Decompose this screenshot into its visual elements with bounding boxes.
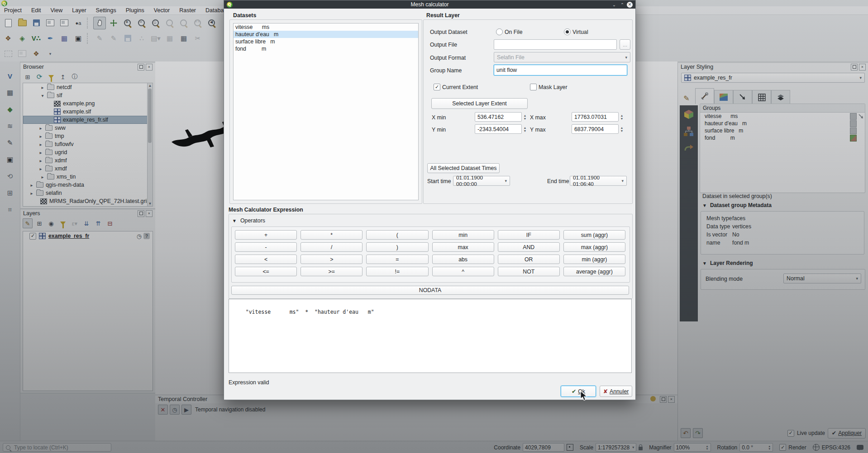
operator-button[interactable]: IF <box>498 230 560 240</box>
operator-button[interactable]: OR <box>498 255 560 264</box>
render-checkbox[interactable] <box>779 444 786 451</box>
tree-item[interactable]: example.slf <box>23 108 153 116</box>
operator-button[interactable]: max (aggr) <box>563 242 625 252</box>
selected-layer-extent-button[interactable]: Selected Layer Extent <box>431 98 528 109</box>
operator-button[interactable]: >= <box>300 267 362 276</box>
hash-tool-icon[interactable]: ⌗ <box>4 203 16 216</box>
live-update-checkbox[interactable] <box>787 430 794 437</box>
ymax-spin-icons[interactable]: ▲▼ <box>619 124 625 134</box>
tree-item[interactable]: ▸tuflowfv <box>23 140 153 148</box>
extent-toggle-icon[interactable] <box>567 444 573 451</box>
scroll-up-icon[interactable]: ▲ <box>148 83 153 88</box>
toolbar-overflow-icon[interactable]: ▾ <box>44 47 57 60</box>
pan-to-selection-icon[interactable] <box>107 17 120 29</box>
operator-button[interactable]: + <box>235 230 297 240</box>
contour-render-toggle-icon[interactable] <box>850 127 857 134</box>
operator-button[interactable]: min <box>432 230 494 240</box>
pan-map-icon[interactable] <box>93 17 106 29</box>
float-panel-icon[interactable] <box>138 210 144 217</box>
scale-combo[interactable]: 1:179257328 ▾ <box>596 443 636 452</box>
tree-item[interactable]: ▸qgis-mesh-data <box>23 181 153 189</box>
group-name-input[interactable] <box>494 65 627 76</box>
operator-button[interactable]: ) <box>366 242 428 252</box>
dataset-item[interactable]: vitesse ms <box>234 24 418 31</box>
manage-visibility-icon[interactable]: ◉ <box>46 218 56 228</box>
refresh-icon[interactable]: ⟳ <box>34 72 44 82</box>
xmax-input[interactable] <box>572 112 619 122</box>
history-redo-icon[interactable] <box>684 144 694 155</box>
xmin-spin-icons[interactable]: ▲▼ <box>522 112 528 122</box>
browse-button[interactable]: ... <box>620 39 630 50</box>
spin-down-icon[interactable]: ▼ <box>706 448 709 450</box>
layer-name[interactable]: example_res_fr <box>48 233 89 239</box>
menu-item-settings[interactable]: Settings <box>96 7 116 14</box>
undo-tool-icon[interactable]: ⟲ <box>4 170 16 183</box>
add-mesh-layer-icon[interactable]: ▦ <box>58 32 71 45</box>
digitize-toolbox-icon[interactable]: ▤▾ <box>149 32 162 45</box>
cancel-button[interactable]: ✘ Annuler <box>600 386 632 397</box>
group-row[interactable]: hauteur d'eau m <box>700 120 865 127</box>
operator-button[interactable]: != <box>366 267 428 276</box>
temporal-fixed-range-icon[interactable]: ◷ <box>170 405 180 415</box>
group-row[interactable]: fond m <box>700 134 865 142</box>
current-extent-checkbox[interactable] <box>434 84 440 90</box>
nodata-button[interactable]: NODATA <box>231 286 629 295</box>
collapse-all-layers-icon[interactable]: ⇈ <box>93 218 103 228</box>
collapse-all-icon[interactable]: ↥ <box>58 72 68 82</box>
undo-style-icon[interactable]: ↶ <box>681 428 691 438</box>
tree-item[interactable]: ▸xmdf <box>23 165 153 173</box>
dialog-titlebar[interactable]: Q Mesh calculator ⌄ ⌃ ✕ <box>224 0 635 9</box>
coordinate-input[interactable] <box>523 443 564 452</box>
minimize-icon[interactable]: ⌄ <box>610 2 618 7</box>
vector-render-toggle-icon[interactable] <box>858 113 864 119</box>
filter-legend-icon[interactable] <box>58 218 68 228</box>
zoom-out-icon[interactable]: − <box>135 17 148 29</box>
cut-features-icon[interactable]: ✂ <box>191 32 204 45</box>
operator-button[interactable]: ( <box>366 230 428 240</box>
operator-button[interactable]: * <box>300 230 362 240</box>
spin-down-icon[interactable]: ▼ <box>768 448 771 450</box>
open-project-icon[interactable] <box>16 17 29 29</box>
dataset-item[interactable]: fond m <box>234 45 418 52</box>
tree-item[interactable]: MRMS_RadarOnly_QPE_72H.latest.grib2 <box>23 197 153 205</box>
operator-button[interactable]: / <box>300 242 362 252</box>
contour-render-toggle-icon[interactable] <box>850 113 857 120</box>
save-edits-icon[interactable] <box>121 32 134 45</box>
zoom-last-icon[interactable]: ◄ <box>205 17 218 29</box>
operator-button[interactable]: abs <box>432 255 494 264</box>
operator-button[interactable]: = <box>366 255 428 264</box>
expression-textarea[interactable]: "vitesse ms" * "hauteur d'eau m" <box>229 299 632 373</box>
expand-icon[interactable]: ▸ <box>38 134 43 139</box>
menu-item-vector[interactable]: Vector <box>154 7 170 14</box>
layer-visibility-checkbox[interactable] <box>29 233 36 240</box>
temporal-layer-icon[interactable]: ◷ <box>137 233 142 240</box>
magnifier-spinner[interactable]: 100% ▲▼ <box>674 443 711 452</box>
zoom-to-selection-icon[interactable] <box>163 17 176 29</box>
tree-item[interactable]: ▸xdmf <box>23 156 153 165</box>
expand-icon[interactable]: ▸ <box>38 158 43 163</box>
hierarchy-icon[interactable] <box>683 127 694 139</box>
symbology-icon[interactable]: ●a <box>72 17 85 29</box>
collapse-icon[interactable]: ▾ <box>40 93 45 98</box>
layer-rendering-header[interactable]: ▼ Layer Rendering <box>702 260 753 266</box>
add-group-icon[interactable]: ⊞ <box>34 218 44 228</box>
style-manager-icon[interactable] <box>58 17 71 29</box>
zoom-native-icon[interactable]: 1:1 <box>191 17 204 29</box>
data-source-manager-icon[interactable]: ❖ <box>2 32 14 45</box>
xmax-spin-icons[interactable]: ▲▼ <box>619 112 625 122</box>
tree-item[interactable]: ▸xms_tin <box>23 173 153 181</box>
layout-manager-icon[interactable] <box>44 17 57 29</box>
mesh-select-tool-icon[interactable]: ◆ <box>4 103 16 116</box>
expand-icon[interactable]: ▸ <box>38 126 43 131</box>
ymin-input[interactable] <box>475 124 522 134</box>
filter-browser-icon[interactable] <box>46 72 56 82</box>
expand-icon[interactable]: ▸ <box>38 150 43 155</box>
tree-item[interactable]: ▸tmp <box>23 132 153 140</box>
filter-expression-icon[interactable]: ε▾ <box>70 218 80 228</box>
operator-button[interactable]: <= <box>235 267 297 276</box>
mesh-contour-tool-icon[interactable]: ≋ <box>4 120 16 132</box>
tab-mesh-settings[interactable] <box>695 88 714 104</box>
expand-all-icon[interactable]: ⇊ <box>81 218 91 228</box>
group-row[interactable]: surface libre m <box>700 127 865 134</box>
operator-button[interactable]: ^ <box>432 267 494 276</box>
